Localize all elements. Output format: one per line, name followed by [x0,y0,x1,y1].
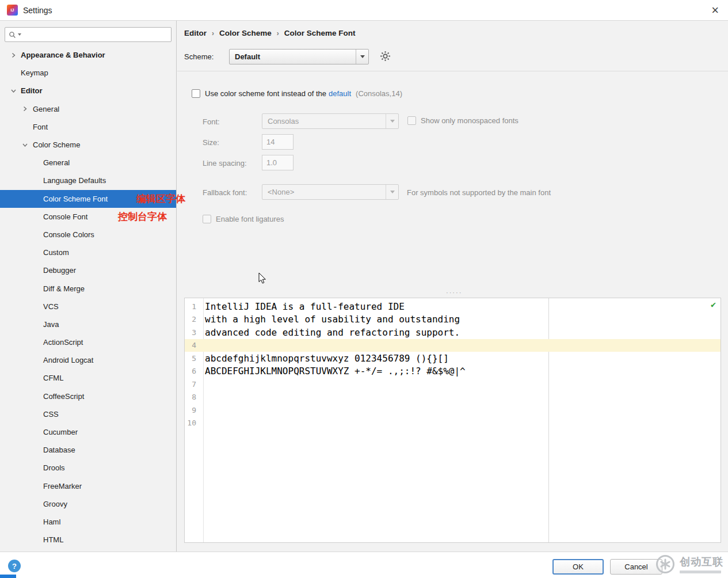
scheme-label: Scheme: [184,52,214,61]
sidebar-item-editor[interactable]: Editor [0,82,176,100]
sidebar-item-haml[interactable]: Haml [0,513,176,531]
sidebar-item-html[interactable]: HTML [0,531,176,549]
sidebar-item-label: CoffeeScript [43,392,84,401]
sidebar-item-label: Color Scheme Font [43,195,108,203]
help-button[interactable]: ? [8,560,21,572]
sidebar-item-label: Groovy [43,500,67,508]
ok-button[interactable]: OK [552,559,604,575]
line-number: 9 [185,406,200,415]
line-text: advanced code editing and refactoring su… [200,327,460,338]
sidebar-item-vcs[interactable]: VCS [0,298,176,315]
line-spacing-label: Line spacing: [203,159,247,168]
sidebar-item-label: Custom [43,248,69,257]
preview-line: 6ABCDEFGHIJKLMNOPQRSTUVWXYZ +-*/= .,;:!?… [185,365,721,378]
sidebar-item-font[interactable]: Font [0,118,176,136]
chevron-down-icon [356,50,368,64]
sidebar-item-label: Debugger [43,266,76,275]
sidebar-item-keymap[interactable]: Keymap [0,64,176,82]
sidebar-item-general[interactable]: General [0,154,176,172]
search-box[interactable] [5,27,171,42]
ligatures-label: Enable font ligatures [216,215,284,223]
sidebar-item-drools[interactable]: Drools [0,459,176,477]
line-number: 4 [185,341,200,349]
gear-icon[interactable] [380,51,391,62]
use-color-scheme-font-checkbox[interactable] [192,89,200,98]
preview-line: 9 [185,404,721,417]
size-input[interactable] [262,134,294,150]
fallback-font-label: Fallback font: [203,188,247,197]
annotation-text: 控制台字体 [118,210,167,223]
sidebar-item-label: CSS [43,410,59,419]
breadcrumb-separator: › [277,29,279,37]
settings-window: IJ Settings × Appearance & BehaviorKeyma… [0,0,728,578]
sidebar-item-label: Language Defaults [43,176,106,185]
watermark-subtext [680,571,721,573]
sidebar-item-label: Database [43,446,75,454]
default-link[interactable]: default [329,89,351,98]
sidebar-item-label: Color Scheme [33,140,80,149]
line-text: IntelliJ IDEA is a full-featured IDE [200,301,405,312]
breadcrumb-item[interactable]: Color Scheme [219,29,272,37]
sidebar-item-android-logcat[interactable]: Android Logcat [0,351,176,369]
checkbox-label-text: Use color scheme font instead of the [205,89,326,98]
close-icon[interactable]: × [709,4,721,17]
chevron-down-icon[interactable] [22,142,28,147]
sidebar-item-label: VCS [43,302,59,311]
fallback-font-select[interactable]: <None> [262,184,399,200]
search-input[interactable] [23,31,167,39]
sidebar-item-label: Font [33,123,48,131]
titlebar: IJ Settings × [0,0,728,21]
window-title: Settings [23,6,52,15]
sidebar-item-label: Drools [43,463,65,472]
sidebar-item-debugger[interactable]: Debugger [0,261,176,279]
sidebar-item-cucumber[interactable]: Cucumber [0,423,176,441]
font-label: Font: [203,117,220,126]
sidebar-item-color-scheme[interactable]: Color Scheme [0,136,176,154]
corner-accent [0,575,16,578]
chevron-right-icon[interactable] [22,106,28,112]
preview-line: 1IntelliJ IDEA is a full-featured IDE [185,300,721,313]
line-text: abcdefghijklmnopqrstuvwxyz 0123456789 ()… [200,353,449,364]
sidebar-item-actionscript[interactable]: ActionScript [0,333,176,351]
line-number: 8 [185,393,200,401]
sidebar-item-cfml[interactable]: CFML [0,369,176,387]
preview-line: 5abcdefghijklmnopqrstuvwxyz 0123456789 (… [185,352,721,365]
line-spacing-input[interactable] [262,155,294,170]
chevron-right-icon[interactable] [11,52,16,58]
sidebar-item-console-colors[interactable]: Console Colors [0,226,176,244]
breadcrumb-item[interactable]: Editor [184,29,207,37]
default-font-info: (Consolas,14) [356,89,402,98]
sidebar-item-diff-merge[interactable]: Diff & Merge [0,279,176,297]
scheme-select[interactable]: Default [229,49,369,64]
sidebar-item-coffeescript[interactable]: CoffeeScript [0,387,176,405]
watermark-logo-icon [655,554,676,575]
sidebar-item-color-scheme-font[interactable]: Color Scheme Font编辑区字体 [0,190,176,208]
splitter-handle[interactable]: ····· [446,289,462,296]
line-number: 5 [185,354,200,363]
monospace-checkbox[interactable] [407,116,416,125]
sidebar-item-freemarker[interactable]: FreeMarker [0,477,176,495]
sidebar-item-appearance-behavior[interactable]: Appearance & Behavior [0,46,176,64]
breadcrumb-item[interactable]: Color Scheme Font [284,29,356,37]
sidebar-item-css[interactable]: CSS [0,405,176,423]
line-number: 2 [185,315,200,324]
ligatures-checkbox[interactable] [203,215,211,223]
preview-line: 2with a high level of usability and outs… [185,313,721,326]
sidebar-item-general[interactable]: General [0,100,176,118]
sidebar-item-label: Keymap [21,69,48,77]
sidebar-item-console-font[interactable]: Console Font控制台字体 [0,208,176,226]
preview-editor[interactable]: 1IntelliJ IDEA is a full-featured IDE2wi… [184,298,721,543]
sidebar-item-label: General [43,158,70,167]
monospace-label: Show only monospaced fonts [421,116,519,125]
settings-tree: Appearance & BehaviorKeymapEditorGeneral… [0,46,176,549]
sidebar-item-label: Java [43,320,59,329]
chevron-down-icon[interactable] [11,88,17,93]
font-select[interactable]: Consolas [262,113,399,129]
line-number: 6 [185,367,200,375]
sidebar-item-java[interactable]: Java [0,315,176,333]
sidebar-item-custom[interactable]: Custom [0,244,176,261]
sidebar-item-language-defaults[interactable]: Language Defaults [0,172,176,189]
sidebar-item-database[interactable]: Database [0,441,176,459]
chevron-down-icon [386,114,398,128]
sidebar-item-groovy[interactable]: Groovy [0,495,176,513]
